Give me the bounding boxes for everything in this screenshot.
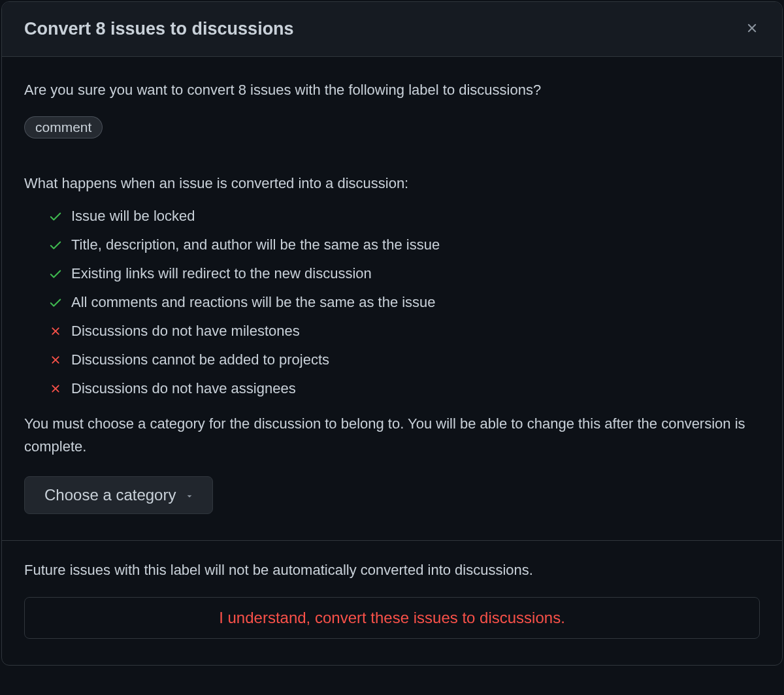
convert-issues-dialog: Convert 8 issues to discussions Are you … [1, 1, 783, 666]
confirm-convert-button[interactable]: I understand, convert these issues to di… [24, 597, 760, 639]
effect-text: Discussions do not have assignees [71, 378, 296, 399]
footer-note: Future issues with this label will not b… [24, 562, 760, 579]
dialog-header: Convert 8 issues to discussions [2, 2, 782, 57]
effect-text: Title, description, and author will be t… [71, 234, 440, 255]
effect-item: Title, description, and author will be t… [48, 234, 760, 255]
x-icon [48, 352, 63, 368]
effect-item: Discussions cannot be added to projects [48, 349, 760, 370]
x-icon [48, 381, 63, 396]
effects-heading: What happens when an issue is converted … [24, 175, 760, 192]
dialog-body: Are you sure you want to convert 8 issue… [2, 57, 782, 540]
check-icon [48, 237, 63, 253]
effects-list: Issue will be locked Title, description,… [24, 205, 760, 399]
x-icon [48, 323, 63, 339]
close-icon [745, 21, 759, 37]
category-prompt: You must choose a category for the discu… [24, 412, 760, 458]
check-icon [48, 266, 63, 282]
effect-text: Existing links will redirect to the new … [71, 263, 372, 284]
check-icon [48, 295, 63, 310]
effect-item: All comments and reactions will be the s… [48, 291, 760, 313]
effect-text: Discussions cannot be added to projects [71, 349, 329, 370]
caret-down-icon [185, 486, 194, 504]
check-icon [48, 208, 63, 224]
effect-item: Existing links will redirect to the new … [48, 263, 760, 284]
effect-item: Discussions do not have assignees [48, 378, 760, 399]
effect-text: All comments and reactions will be the s… [71, 291, 436, 313]
dialog-title: Convert 8 issues to discussions [24, 19, 294, 39]
confirm-text: Are you sure you want to convert 8 issue… [24, 79, 760, 101]
effect-item: Issue will be locked [48, 205, 760, 227]
effect-text: Issue will be locked [71, 205, 195, 227]
dialog-footer: Future issues with this label will not b… [2, 540, 782, 665]
effect-item: Discussions do not have milestones [48, 320, 760, 342]
close-button[interactable] [743, 20, 761, 39]
label-chip: comment [24, 116, 103, 138]
category-select[interactable]: Choose a category [24, 476, 213, 514]
effect-text: Discussions do not have milestones [71, 320, 300, 342]
category-select-label: Choose a category [44, 486, 176, 504]
